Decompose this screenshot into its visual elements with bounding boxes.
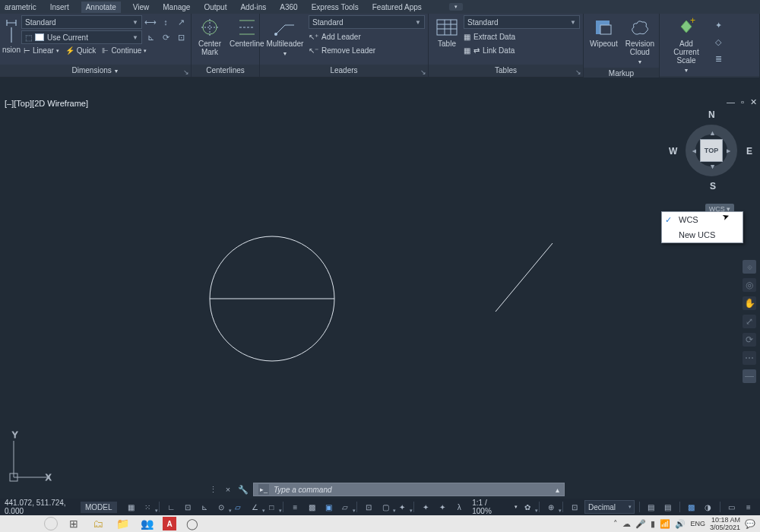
isolate-icon[interactable]: ◑ bbox=[701, 500, 715, 514]
revision-cloud-button[interactable]: Revision Cloud ▼ bbox=[622, 15, 657, 68]
quickprops-icon[interactable]: ▤ bbox=[644, 500, 658, 514]
tray-battery-icon[interactable]: ▮ bbox=[651, 519, 655, 529]
panel-leaders[interactable]: Leaders↘ bbox=[260, 65, 428, 77]
tray-chevron-icon[interactable]: ˄ bbox=[613, 519, 618, 529]
leader-style-dropdown[interactable]: Standard▼ bbox=[309, 15, 425, 29]
ortho-icon[interactable]: ⊾ bbox=[198, 500, 211, 514]
center-mark-button[interactable]: Center Mark bbox=[195, 15, 225, 58]
dim-icon-6[interactable]: ⊡ bbox=[174, 30, 188, 44]
linear-button[interactable]: ⊢Linear▾ bbox=[21, 46, 62, 55]
window-maximize[interactable]: ▫ bbox=[741, 97, 744, 107]
model-canvas[interactable]: Y X bbox=[0, 112, 760, 499]
annoscale-icon-1[interactable]: ✦ bbox=[711, 18, 725, 32]
infer-icon[interactable]: ∟ bbox=[164, 500, 178, 514]
tray-clock[interactable]: 10:18 AM3/05/2021 bbox=[710, 516, 740, 531]
model-button[interactable]: MODEL bbox=[81, 502, 117, 513]
tray-mic-icon[interactable]: 🎤 bbox=[635, 519, 646, 529]
tab-view[interactable]: View bbox=[131, 2, 151, 13]
dim-icon-1[interactable]: ⟷ bbox=[144, 15, 157, 29]
dim-icon-3[interactable]: ↗ bbox=[174, 15, 188, 29]
tray-volume-icon[interactable]: 🔊 bbox=[675, 519, 686, 529]
lockui-icon[interactable]: ▤ bbox=[661, 500, 675, 514]
window-minimize[interactable]: — bbox=[727, 97, 735, 107]
isodraft-icon[interactable]: ▱ bbox=[231, 500, 245, 514]
wipeout-button[interactable]: Wipeout bbox=[587, 15, 621, 49]
gizmo-icon[interactable]: ✦ bbox=[395, 500, 409, 514]
viewcube[interactable]: TOP N S W E ▲▲▲▲ bbox=[676, 116, 746, 185]
cmd-customize-icon[interactable]: 🔧 bbox=[238, 484, 249, 495]
dim-icon-4[interactable]: ⊾ bbox=[144, 30, 157, 44]
use-current-dropdown[interactable]: ⬚Use Current▼ bbox=[21, 30, 142, 44]
table-button[interactable]: Table bbox=[432, 15, 462, 49]
selection-cycling-icon[interactable]: ▣ bbox=[321, 500, 335, 514]
add-leader-button[interactable]: ↖⁺Add Leader bbox=[309, 30, 425, 43]
remove-leader-button[interactable]: ↖⁻Remove Leader bbox=[309, 44, 425, 56]
table-style-dropdown[interactable]: Standard▼ bbox=[464, 15, 580, 29]
search-button[interactable] bbox=[44, 517, 58, 530]
nav-orbit-icon[interactable]: ⟳ bbox=[743, 333, 756, 347]
tab-a360[interactable]: A360 bbox=[278, 2, 299, 13]
zoom-readout[interactable]: 1:1 / 100% bbox=[469, 499, 511, 515]
tab-dropdown[interactable] bbox=[449, 3, 463, 11]
continue-button[interactable]: ⊩Continue▾ bbox=[100, 46, 149, 55]
tab-parametric[interactable]: arametric bbox=[3, 2, 38, 13]
dim-icon-5[interactable]: ⟳ bbox=[159, 30, 173, 44]
tab-express[interactable]: Express Tools bbox=[310, 2, 360, 13]
multileader-button[interactable]: Multileader ▼ bbox=[263, 15, 307, 59]
annoscale-icon-3[interactable]: ≣ bbox=[711, 52, 725, 65]
hardware-accel-icon[interactable]: ▩ bbox=[685, 500, 698, 514]
snap-icon[interactable]: ⁙ bbox=[141, 500, 155, 514]
taskview-icon[interactable]: ⊞ bbox=[65, 517, 82, 530]
transparency-icon[interactable]: ▩ bbox=[305, 500, 318, 514]
grid-icon[interactable]: ▦ bbox=[125, 500, 138, 514]
units-icon[interactable]: ⊡ bbox=[568, 500, 581, 514]
nav-hand-icon[interactable]: ✋ bbox=[743, 296, 756, 310]
command-input[interactable]: ▸_Type a command ▴ bbox=[253, 483, 565, 496]
dim-style-dropdown[interactable]: Standard▼ bbox=[21, 15, 142, 29]
quick-button[interactable]: ⚡Quick bbox=[63, 46, 99, 55]
dim-icon-2[interactable]: ↕ bbox=[159, 15, 173, 29]
polar-icon[interactable]: ⊙ bbox=[214, 500, 228, 514]
view-label[interactable]: [–][Top][2D Wireframe] bbox=[0, 97, 760, 109]
nav-collapse-icon[interactable]: — bbox=[743, 369, 756, 383]
tray-wifi-icon[interactable]: 📶 bbox=[660, 519, 670, 529]
tab-output[interactable]: Output bbox=[202, 2, 228, 13]
tab-manage[interactable]: Manage bbox=[161, 2, 192, 13]
units-dropdown[interactable]: Decimal bbox=[584, 500, 635, 514]
nav-pan-icon[interactable]: ⟐ bbox=[743, 260, 756, 274]
3dosnap-icon[interactable]: ▱ bbox=[338, 500, 352, 514]
obs-icon[interactable]: ◯ bbox=[184, 517, 201, 530]
dynamic-ucs-icon[interactable]: ⊡ bbox=[362, 500, 375, 514]
annoscale-icon-2[interactable]: ◇ bbox=[711, 35, 725, 49]
window-close[interactable]: ✕ bbox=[750, 97, 757, 107]
extract-data-button[interactable]: ▦Extract Data bbox=[464, 30, 580, 43]
explorer-icon[interactable]: 🗂 bbox=[90, 517, 106, 530]
annovis-icon[interactable]: ✦ bbox=[419, 500, 432, 514]
cleanscreen-icon[interactable]: ▭ bbox=[725, 500, 739, 514]
selection-filter-icon[interactable]: ▢ bbox=[378, 500, 392, 514]
nav-wheel-icon[interactable]: ◎ bbox=[743, 278, 756, 292]
osnap-icon[interactable]: □ bbox=[264, 500, 278, 514]
lineweight-icon[interactable]: ≡ bbox=[288, 500, 302, 514]
viewcube-top[interactable]: TOP bbox=[700, 139, 723, 162]
nav-more-icon[interactable]: ⋯ bbox=[743, 351, 756, 365]
annomon-icon[interactable]: ⊕ bbox=[544, 500, 558, 514]
cmd-handle-icon[interactable]: ⋮ bbox=[207, 484, 218, 495]
autoscale-icon[interactable]: ✦ bbox=[435, 500, 449, 514]
panel-dimensions[interactable]: Dimensions ▼↘ bbox=[0, 65, 191, 77]
menu-new-ucs[interactable]: New UCS bbox=[662, 227, 743, 242]
panel-tables[interactable]: Tables↘ bbox=[429, 65, 583, 77]
tray-cloud-icon[interactable]: ☁ bbox=[622, 519, 631, 529]
nav-zoom-icon[interactable]: ⤢ bbox=[743, 315, 756, 328]
annoscale-icon[interactable]: λ bbox=[452, 500, 466, 514]
customize-status-icon[interactable]: ≡ bbox=[742, 500, 755, 514]
autocad-taskbar-icon[interactable]: A bbox=[163, 517, 176, 530]
tray-lang[interactable]: ENG bbox=[690, 520, 705, 527]
dimension-button[interactable]: nsion bbox=[3, 15, 20, 55]
folder-icon[interactable]: 📁 bbox=[114, 517, 131, 530]
dynamic-icon[interactable]: ⊡ bbox=[181, 500, 195, 514]
drawing-area[interactable]: [–][Top][2D Wireframe] — ▫ ✕ Y X TOP N S… bbox=[0, 78, 760, 499]
osnap-track-icon[interactable]: ∠ bbox=[248, 500, 261, 514]
tab-addins[interactable]: Add-ins bbox=[239, 2, 268, 13]
teams-icon[interactable]: 👥 bbox=[138, 517, 155, 530]
